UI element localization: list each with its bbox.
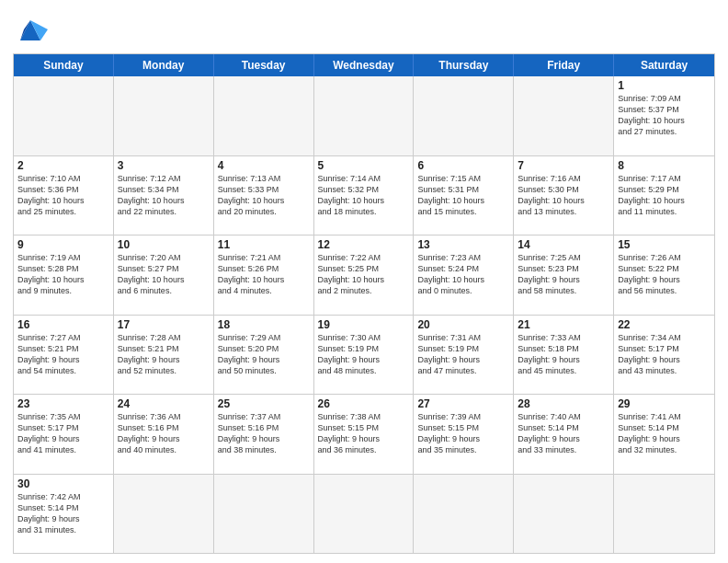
day-info: Sunrise: 7:37 AM Sunset: 5:16 PM Dayligh…: [218, 411, 310, 456]
day-number: 22: [618, 318, 711, 331]
cal-header-sunday: Sunday: [14, 54, 114, 76]
day-info: Sunrise: 7:16 AM Sunset: 5:30 PM Dayligh…: [518, 173, 609, 218]
day-info: Sunrise: 7:14 AM Sunset: 5:32 PM Dayligh…: [318, 173, 410, 218]
cal-cell-day-25: 25Sunrise: 7:37 AM Sunset: 5:16 PM Dayli…: [214, 395, 314, 474]
cal-cell-day-13: 13Sunrise: 7:23 AM Sunset: 5:24 PM Dayli…: [414, 236, 514, 315]
cal-cell-day-21: 21Sunrise: 7:33 AM Sunset: 5:18 PM Dayli…: [514, 316, 614, 395]
cal-cell-empty: [514, 76, 614, 155]
calendar-header: SundayMondayTuesdayWednesdayThursdayFrid…: [14, 54, 714, 76]
day-info: Sunrise: 7:33 AM Sunset: 5:18 PM Dayligh…: [518, 332, 609, 377]
cal-header-thursday: Thursday: [414, 54, 514, 76]
cal-cell-day-24: 24Sunrise: 7:36 AM Sunset: 5:16 PM Dayli…: [114, 395, 214, 474]
day-number: 16: [17, 318, 109, 331]
day-info: Sunrise: 7:30 AM Sunset: 5:19 PM Dayligh…: [318, 332, 410, 377]
day-info: Sunrise: 7:10 AM Sunset: 5:36 PM Dayligh…: [17, 173, 109, 218]
day-info: Sunrise: 7:15 AM Sunset: 5:31 PM Dayligh…: [417, 173, 509, 218]
day-number: 20: [417, 318, 509, 331]
day-number: 13: [417, 238, 509, 251]
cal-cell-day-2: 2Sunrise: 7:10 AM Sunset: 5:36 PM Daylig…: [14, 156, 114, 236]
cal-header-wednesday: Wednesday: [314, 54, 415, 76]
day-info: Sunrise: 7:17 AM Sunset: 5:29 PM Dayligh…: [618, 173, 711, 218]
cal-cell-day-28: 28Sunrise: 7:40 AM Sunset: 5:14 PM Dayli…: [514, 395, 614, 474]
day-info: Sunrise: 7:13 AM Sunset: 5:33 PM Dayligh…: [218, 173, 310, 218]
cal-cell-day-5: 5Sunrise: 7:14 AM Sunset: 5:32 PM Daylig…: [314, 156, 415, 236]
day-number: 15: [618, 238, 711, 251]
cal-cell-day-8: 8Sunrise: 7:17 AM Sunset: 5:29 PM Daylig…: [614, 156, 714, 236]
day-info: Sunrise: 7:36 AM Sunset: 5:16 PM Dayligh…: [118, 411, 210, 456]
cal-cell-day-27: 27Sunrise: 7:39 AM Sunset: 5:15 PM Dayli…: [414, 395, 514, 474]
cal-cell-day-4: 4Sunrise: 7:13 AM Sunset: 5:33 PM Daylig…: [214, 156, 314, 236]
day-number: 3: [118, 159, 210, 172]
cal-row-3: 16Sunrise: 7:27 AM Sunset: 5:21 PM Dayli…: [14, 315, 714, 395]
cal-cell-day-11: 11Sunrise: 7:21 AM Sunset: 5:26 PM Dayli…: [214, 236, 314, 315]
cal-cell-empty: [114, 76, 214, 155]
day-number: 23: [17, 397, 109, 410]
day-info: Sunrise: 7:41 AM Sunset: 5:14 PM Dayligh…: [618, 411, 711, 456]
cal-cell-empty: [14, 76, 114, 155]
cal-cell-day-18: 18Sunrise: 7:29 AM Sunset: 5:20 PM Dayli…: [214, 316, 314, 395]
cal-cell-day-30: 30Sunrise: 7:42 AM Sunset: 5:14 PM Dayli…: [14, 475, 114, 554]
day-info: Sunrise: 7:39 AM Sunset: 5:15 PM Dayligh…: [417, 411, 509, 456]
day-number: 29: [618, 397, 711, 410]
day-info: Sunrise: 7:22 AM Sunset: 5:25 PM Dayligh…: [318, 252, 410, 297]
day-number: 14: [518, 238, 609, 251]
day-number: 8: [618, 159, 711, 172]
day-info: Sunrise: 7:27 AM Sunset: 5:21 PM Dayligh…: [17, 332, 109, 377]
day-info: Sunrise: 7:26 AM Sunset: 5:22 PM Dayligh…: [618, 252, 711, 297]
day-info: Sunrise: 7:19 AM Sunset: 5:28 PM Dayligh…: [17, 252, 109, 297]
day-number: 4: [218, 159, 310, 172]
cal-cell-empty: [114, 475, 214, 554]
cal-cell-day-15: 15Sunrise: 7:26 AM Sunset: 5:22 PM Dayli…: [614, 236, 714, 315]
cal-header-saturday: Saturday: [614, 54, 714, 76]
day-number: 21: [518, 318, 609, 331]
cal-row-4: 23Sunrise: 7:35 AM Sunset: 5:17 PM Dayli…: [14, 394, 714, 474]
cal-row-1: 2Sunrise: 7:10 AM Sunset: 5:36 PM Daylig…: [14, 155, 714, 236]
day-number: 17: [118, 318, 210, 331]
cal-cell-day-29: 29Sunrise: 7:41 AM Sunset: 5:14 PM Dayli…: [614, 395, 714, 474]
day-number: 2: [17, 159, 109, 172]
day-info: Sunrise: 7:25 AM Sunset: 5:23 PM Dayligh…: [518, 252, 609, 297]
day-number: 24: [118, 397, 210, 410]
cal-cell-empty: [214, 475, 314, 554]
day-number: 26: [318, 397, 410, 410]
cal-cell-day-19: 19Sunrise: 7:30 AM Sunset: 5:19 PM Dayli…: [314, 316, 415, 395]
cal-cell-day-14: 14Sunrise: 7:25 AM Sunset: 5:23 PM Dayli…: [514, 236, 614, 315]
day-info: Sunrise: 7:42 AM Sunset: 5:14 PM Dayligh…: [17, 491, 109, 536]
day-number: 25: [218, 397, 310, 410]
day-info: Sunrise: 7:38 AM Sunset: 5:15 PM Dayligh…: [318, 411, 410, 456]
day-number: 28: [518, 397, 609, 410]
cal-cell-empty: [414, 76, 514, 155]
day-info: Sunrise: 7:20 AM Sunset: 5:27 PM Dayligh…: [118, 252, 210, 297]
day-info: Sunrise: 7:31 AM Sunset: 5:19 PM Dayligh…: [417, 332, 509, 377]
cal-cell-empty: [514, 475, 614, 554]
cal-header-tuesday: Tuesday: [214, 54, 314, 76]
cal-cell-day-1: 1Sunrise: 7:09 AM Sunset: 5:37 PM Daylig…: [614, 76, 714, 155]
cal-cell-day-26: 26Sunrise: 7:38 AM Sunset: 5:15 PM Dayli…: [314, 395, 415, 474]
cal-row-5: 30Sunrise: 7:42 AM Sunset: 5:14 PM Dayli…: [14, 474, 714, 554]
cal-header-friday: Friday: [514, 54, 614, 76]
day-number: 27: [417, 397, 509, 410]
day-number: 11: [218, 238, 310, 251]
header: [13, 9, 715, 48]
cal-cell-day-12: 12Sunrise: 7:22 AM Sunset: 5:25 PM Dayli…: [314, 236, 415, 315]
calendar: SundayMondayTuesdayWednesdayThursdayFrid…: [13, 53, 715, 554]
day-info: Sunrise: 7:23 AM Sunset: 5:24 PM Dayligh…: [417, 252, 509, 297]
day-info: Sunrise: 7:28 AM Sunset: 5:21 PM Dayligh…: [118, 332, 210, 377]
cal-cell-day-10: 10Sunrise: 7:20 AM Sunset: 5:27 PM Dayli…: [114, 236, 214, 315]
day-number: 1: [618, 79, 711, 92]
logo-icon: [13, 13, 48, 48]
cal-cell-day-6: 6Sunrise: 7:15 AM Sunset: 5:31 PM Daylig…: [414, 156, 514, 236]
cal-row-2: 9Sunrise: 7:19 AM Sunset: 5:28 PM Daylig…: [14, 235, 714, 315]
calendar-body: 1Sunrise: 7:09 AM Sunset: 5:37 PM Daylig…: [14, 76, 714, 553]
day-number: 19: [318, 318, 410, 331]
page: SundayMondayTuesdayWednesdayThursdayFrid…: [0, 0, 728, 563]
logo: [13, 13, 51, 48]
day-info: Sunrise: 7:12 AM Sunset: 5:34 PM Dayligh…: [118, 173, 210, 218]
cal-cell-empty: [314, 475, 415, 554]
day-info: Sunrise: 7:29 AM Sunset: 5:20 PM Dayligh…: [218, 332, 310, 377]
cal-cell-day-17: 17Sunrise: 7:28 AM Sunset: 5:21 PM Dayli…: [114, 316, 214, 395]
day-info: Sunrise: 7:34 AM Sunset: 5:17 PM Dayligh…: [618, 332, 711, 377]
cal-cell-day-9: 9Sunrise: 7:19 AM Sunset: 5:28 PM Daylig…: [14, 236, 114, 315]
day-info: Sunrise: 7:40 AM Sunset: 5:14 PM Dayligh…: [518, 411, 609, 456]
day-info: Sunrise: 7:21 AM Sunset: 5:26 PM Dayligh…: [218, 252, 310, 297]
